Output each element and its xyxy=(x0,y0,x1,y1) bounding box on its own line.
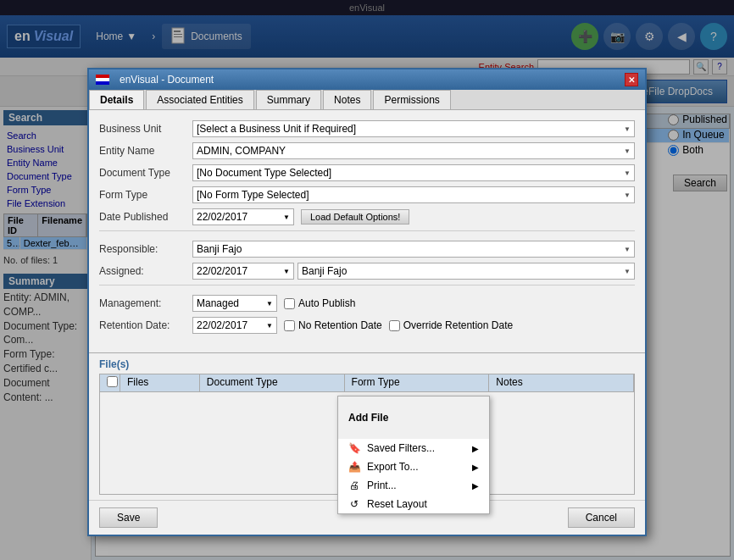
files-col-form-type: Form Type xyxy=(345,374,490,391)
reset-label: Reset Layout xyxy=(367,498,427,510)
tab-summary[interactable]: Summary xyxy=(256,90,321,109)
context-menu-add-file[interactable]: Add File xyxy=(338,396,489,439)
auto-publish-text: Auto Publish xyxy=(298,297,355,309)
context-menu-saved-filters[interactable]: 🔖 Saved Filters... ▶ xyxy=(338,439,489,457)
dialog-form: Business Unit [Select a Business Unit if… xyxy=(89,110,645,349)
entity-name-label: Entity Name xyxy=(99,145,192,157)
saved-filters-label: Saved Filters... xyxy=(367,442,435,454)
date-published-value: 22/02/2017 xyxy=(197,211,247,223)
retention-date-row: Retention Date: 22/02/2017 ▼ No Retentio… xyxy=(99,317,635,334)
management-select[interactable]: Managed ▼ xyxy=(192,295,277,312)
dialog: enVisual - Document ✕ Details Associated… xyxy=(87,68,647,536)
files-section: File(s) Files Document Type Form Type No… xyxy=(89,352,645,500)
files-table: Files Document Type Form Type Notes Add … xyxy=(99,374,635,495)
files-col-notes: Notes xyxy=(489,374,634,391)
form-type-row: Form Type [No Form Type Selected] ▼ xyxy=(99,186,635,203)
entity-name-row: Entity Name ADMIN, COMPANY ▼ xyxy=(99,142,635,159)
print-label: Print... xyxy=(367,480,397,491)
management-arrow-icon: ▼ xyxy=(266,300,273,308)
date-published-arrow-icon: ▼ xyxy=(283,213,290,221)
entity-name-arrow-icon: ▼ xyxy=(624,147,631,155)
reset-icon: ↺ xyxy=(348,498,360,510)
export-arrow-icon: ▶ xyxy=(472,463,479,472)
responsible-arrow-icon: ▼ xyxy=(624,246,631,253)
assigned-date-picker[interactable]: 22/02/2017 ▼ xyxy=(192,263,294,280)
export-label: Export To... xyxy=(367,461,418,473)
override-retention-text: Override Retention Date xyxy=(403,319,513,331)
no-retention-checkbox[interactable] xyxy=(284,320,295,331)
form-type-arrow-icon: ▼ xyxy=(624,191,631,199)
export-icon: 📤 xyxy=(348,461,360,473)
auto-publish-label[interactable]: Auto Publish xyxy=(284,297,355,309)
tab-associated-entities[interactable]: Associated Entities xyxy=(146,90,253,109)
business-unit-arrow-icon: ▼ xyxy=(624,125,631,133)
assigned-date-arrow-icon: ▼ xyxy=(283,268,290,275)
saved-filters-arrow-icon: ▶ xyxy=(472,444,479,453)
form-separator-2 xyxy=(99,285,635,290)
auto-publish-checkbox[interactable] xyxy=(284,298,295,309)
no-retention-text: No Retention Date xyxy=(298,319,382,331)
form-type-select[interactable]: [No Form Type Selected] ▼ xyxy=(192,186,635,203)
responsible-row: Responsible: Banji Fajo ▼ xyxy=(99,241,635,258)
files-col-files: Files xyxy=(120,374,200,391)
dialog-titlebar: enVisual - Document ✕ xyxy=(89,69,645,90)
tab-notes[interactable]: Notes xyxy=(323,90,371,109)
tab-details[interactable]: Details xyxy=(89,90,144,109)
dialog-close-button[interactable]: ✕ xyxy=(625,73,638,86)
document-type-value: [No Document Type Selected] xyxy=(197,167,331,179)
assigned-date-value: 22/02/2017 xyxy=(197,265,247,277)
management-value: Managed xyxy=(197,297,239,309)
load-default-button[interactable]: Load Default Options! xyxy=(301,209,409,225)
business-unit-select[interactable]: [Select a Business Unit if Required] ▼ xyxy=(192,120,635,137)
assigned-person-arrow-icon: ▼ xyxy=(624,268,631,275)
print-icon: 🖨 xyxy=(348,480,360,491)
override-retention-label[interactable]: Override Retention Date xyxy=(389,319,513,331)
assigned-person-select[interactable]: Banji Fajo ▼ xyxy=(297,263,635,280)
tab-permissions[interactable]: Permissions xyxy=(373,90,450,109)
form-type-label: Form Type xyxy=(99,189,192,201)
document-type-row: Document Type [No Document Type Selected… xyxy=(99,164,635,181)
responsible-value: Banji Fajo xyxy=(197,243,242,255)
date-published-row: Date Published 22/02/2017 ▼ Load Default… xyxy=(99,208,635,225)
retention-date-value: 22/02/2017 xyxy=(197,319,247,331)
assigned-row: Assigned: 22/02/2017 ▼ Banji Fajo ▼ xyxy=(99,263,635,280)
form-type-value: [No Form Type Selected] xyxy=(197,189,309,201)
assigned-person-value: Banji Fajo xyxy=(302,265,347,277)
print-arrow-icon: ▶ xyxy=(472,481,479,491)
context-menu-reset-layout[interactable]: ↺ Reset Layout xyxy=(338,495,489,513)
document-type-arrow-icon: ▼ xyxy=(624,169,631,177)
date-published-picker[interactable]: 22/02/2017 ▼ xyxy=(192,208,294,225)
retention-date-label: Retention Date: xyxy=(99,319,192,331)
retention-date-picker[interactable]: 22/02/2017 ▼ xyxy=(192,317,277,334)
management-label: Management: xyxy=(99,297,192,309)
dialog-title: enVisual - Document xyxy=(120,74,214,86)
document-type-select[interactable]: [No Document Type Selected] ▼ xyxy=(192,164,635,181)
files-body: Add File 🔖 Saved Filters... ▶ 📤 Export T… xyxy=(100,392,634,494)
save-button[interactable]: Save xyxy=(99,507,158,528)
files-select-all-checkbox[interactable] xyxy=(107,376,118,387)
assigned-label: Assigned: xyxy=(99,265,192,277)
override-retention-checkbox[interactable] xyxy=(389,320,400,331)
cancel-button[interactable]: Cancel xyxy=(568,507,635,528)
document-type-label: Document Type xyxy=(99,167,192,179)
files-title: File(s) xyxy=(99,358,635,370)
no-retention-label[interactable]: No Retention Date xyxy=(284,319,382,331)
files-table-header: Files Document Type Form Type Notes xyxy=(100,374,634,392)
business-unit-label: Business Unit xyxy=(99,123,192,135)
context-menu-print[interactable]: 🖨 Print... ▶ xyxy=(338,476,489,495)
responsible-select[interactable]: Banji Fajo ▼ xyxy=(192,241,635,258)
entity-name-value: ADMIN, COMPANY xyxy=(197,145,286,157)
retention-date-arrow-icon: ▼ xyxy=(266,322,273,330)
flag-icon xyxy=(96,75,109,85)
saved-filters-icon: 🔖 xyxy=(348,442,360,454)
entity-name-select[interactable]: ADMIN, COMPANY ▼ xyxy=(192,142,635,159)
dialog-tabs: Details Associated Entities Summary Note… xyxy=(89,90,645,110)
context-menu-export-to[interactable]: 📤 Export To... ▶ xyxy=(338,457,489,476)
business-unit-row: Business Unit [Select a Business Unit if… xyxy=(99,120,635,137)
date-published-label: Date Published xyxy=(99,211,192,223)
modal-overlay: enVisual - Document ✕ Details Associated… xyxy=(0,0,734,560)
business-unit-value: [Select a Business Unit if Required] xyxy=(197,123,356,135)
files-col-document-type: Document Type xyxy=(200,374,345,391)
form-separator-1 xyxy=(99,230,635,236)
files-col-checkbox xyxy=(100,374,120,391)
